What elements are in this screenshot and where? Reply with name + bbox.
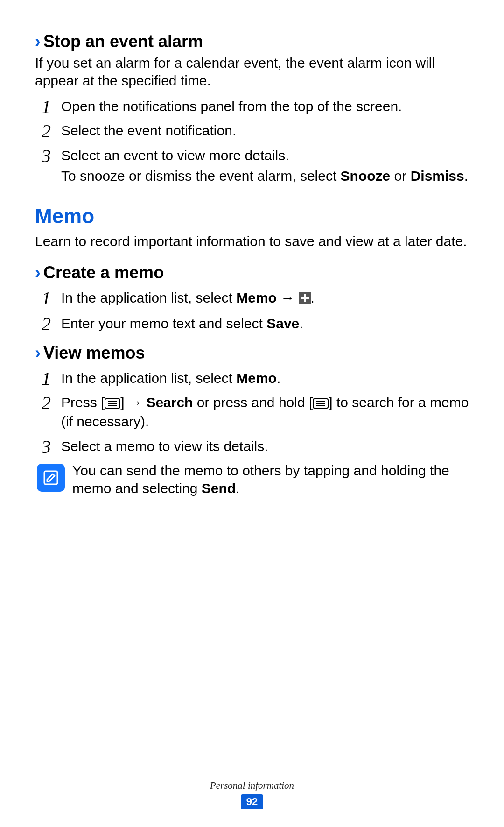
- heading-memo: Memo: [35, 205, 469, 228]
- step-text: Select a memo to view its details.: [61, 438, 268, 454]
- heading-text: Stop an event alarm: [43, 32, 203, 51]
- heading-text: Create a memo: [43, 263, 164, 283]
- stop-alarm-intro: If you set an alarm for a calendar event…: [35, 54, 469, 90]
- step: In the application list, select Memo.: [35, 369, 469, 387]
- svg-rect-2: [301, 297, 309, 299]
- step: Select an event to view more details. To…: [35, 147, 469, 185]
- step: Select the event notification.: [35, 122, 469, 140]
- heading-stop-event-alarm: › Stop an event alarm: [35, 32, 469, 51]
- create-memo-steps: In the application list, select Memo → .…: [35, 289, 469, 333]
- view-memos-steps: In the application list, select Memo. Pr…: [35, 369, 469, 456]
- chevron-right-icon: ›: [35, 264, 41, 281]
- heading-create-memo: › Create a memo: [35, 263, 469, 283]
- stop-alarm-steps: Open the notifications panel from the to…: [35, 98, 469, 185]
- step: In the application list, select Memo → .: [35, 289, 469, 308]
- menu-key-icon: [313, 395, 329, 413]
- step: Enter your memo text and select Save.: [35, 315, 469, 332]
- tip-note: You can send the memo to others by tappi…: [35, 462, 469, 498]
- svg-rect-11: [44, 471, 57, 484]
- step: Open the notifications panel from the to…: [35, 98, 469, 115]
- plus-icon: [299, 290, 311, 308]
- step: Select a memo to view its details.: [35, 438, 469, 455]
- step-text: Select an event to view more details.: [61, 148, 289, 163]
- menu-key-icon: [105, 395, 120, 413]
- footer-section-label: Personal information: [0, 780, 504, 792]
- chevron-right-icon: ›: [35, 33, 41, 50]
- step-subnote: To snooze or dismiss the event alarm, se…: [61, 167, 469, 185]
- step-text: Select the event notification.: [61, 123, 236, 138]
- step: Press [] → Search or press and hold [] t…: [35, 394, 469, 431]
- memo-intro: Learn to record important information to…: [35, 233, 469, 250]
- page-number-badge: 92: [241, 794, 263, 809]
- note-icon: [37, 464, 65, 492]
- page-footer: Personal information 92: [0, 780, 504, 809]
- step-text: Open the notifications panel from the to…: [61, 99, 402, 114]
- heading-text: View memos: [43, 343, 145, 363]
- tip-text: You can send the memo to others by tappi…: [72, 462, 469, 498]
- heading-view-memos: › View memos: [35, 343, 469, 363]
- chevron-right-icon: ›: [35, 345, 41, 361]
